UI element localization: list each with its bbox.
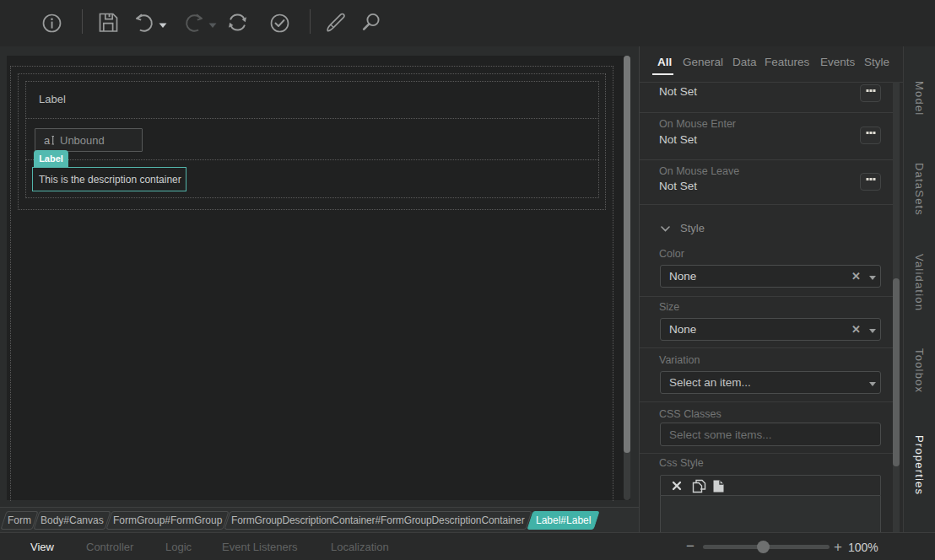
svg-text:a: a <box>44 134 51 147</box>
